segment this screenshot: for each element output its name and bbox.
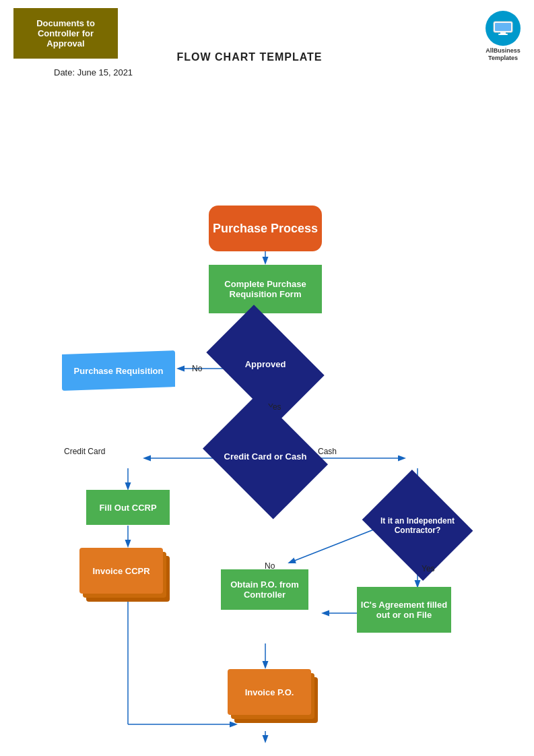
logo-circle (486, 11, 521, 46)
svg-rect-2 (500, 32, 506, 34)
svg-line-15 (290, 527, 380, 563)
fill-out-ccrp-label: Fill Out CCRP (99, 503, 156, 513)
svg-rect-1 (495, 23, 511, 31)
purchase-process-shape: Purchase Process (209, 206, 322, 251)
logo-area: AllBusiness Templates (486, 11, 521, 62)
fill-out-ccrp-shape: Fill Out CCRP (86, 490, 170, 525)
credit-card-cash-label: Credit Card or Cash (224, 451, 307, 462)
independent-contractor-diamond: It it an Independent Contractor? (374, 490, 461, 561)
approved-diamond: Approved (215, 330, 315, 398)
complete-form-label: Complete Purchase Requisition Form (209, 279, 322, 299)
credit-card-label: Credit Card (64, 447, 105, 456)
purchase-requisition-label: Purchase Requisition (74, 366, 164, 376)
ics-agreement-shape: IC's Agreement filled out or on File (357, 587, 451, 633)
credit-card-cash-diamond: Credit Card or Cash (215, 418, 315, 495)
page-title: FLOW CHART TEMPLATE (176, 51, 322, 63)
flowchart: Purchase Process Complete Purchase Requi… (0, 77, 534, 751)
complete-form-shape: Complete Purchase Requisition Form (209, 265, 322, 313)
cash-label: Cash (318, 447, 337, 456)
approved-label: Approved (245, 359, 286, 369)
logo-text: AllBusiness Templates (486, 47, 521, 62)
doc-box-label: Documents to Controller for Approval (26, 18, 106, 49)
no-approved-label: No (192, 364, 202, 373)
invoice-ccpr-label: Invoice CCPR (92, 566, 149, 576)
date-line: Date: June 15, 2021 (54, 67, 534, 77)
ics-agreement-label: IC's Agreement filled out or on File (357, 600, 451, 620)
purchase-requisition-shape: Purchase Requisition (62, 350, 175, 391)
svg-rect-3 (498, 34, 508, 35)
obtain-po-shape: Obtain P.O. from Controller (221, 569, 308, 610)
invoice-po-label: Invoice P.O. (245, 687, 294, 697)
header: Documents to Controller for Approval FLO… (0, 0, 534, 63)
independent-contractor-label: It it an Independent Contractor? (380, 516, 455, 535)
obtain-po-label: Obtain P.O. from Controller (221, 579, 308, 600)
purchase-process-label: Purchase Process (213, 222, 318, 236)
yes-ic-label: Yes (422, 564, 435, 573)
